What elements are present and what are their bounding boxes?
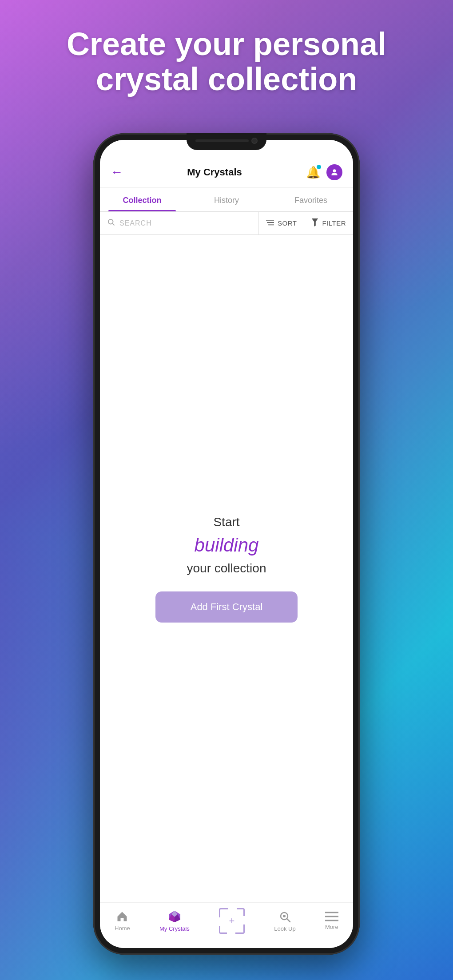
- empty-state: Start building your collection Add First…: [155, 515, 298, 623]
- search-section[interactable]: SEARCH: [100, 212, 259, 234]
- corner-bottom-left: [219, 926, 227, 934]
- sort-button[interactable]: SORT: [259, 213, 304, 234]
- header-icons: 🔔: [306, 164, 342, 180]
- empty-state-line1: Start: [213, 515, 239, 529]
- nav-item-add[interactable]: +: [219, 908, 245, 934]
- nav-item-more[interactable]: More: [325, 912, 338, 930]
- hero-title: Create your personal crystal collection: [18, 27, 435, 97]
- nav-label-my-crystals: My Crystals: [159, 925, 190, 932]
- corner-top-right: [237, 908, 245, 916]
- menu-icon: [325, 912, 338, 921]
- phone-screen: ← My Crystals 🔔 Collection: [100, 140, 353, 948]
- search-filter-bar: SEARCH SORT FILTER: [100, 212, 353, 235]
- filter-button[interactable]: FILTER: [304, 212, 353, 234]
- back-button[interactable]: ←: [111, 166, 123, 179]
- sort-label: SORT: [278, 219, 297, 227]
- filter-label: FILTER: [322, 219, 346, 227]
- search-circle-icon: [278, 910, 291, 923]
- nav-label-more: More: [325, 924, 338, 930]
- nav-label-lookup: Look Up: [274, 925, 295, 932]
- crystal-icon: [168, 910, 181, 923]
- search-placeholder: SEARCH: [119, 219, 152, 227]
- svg-line-2: [112, 223, 114, 225]
- avatar[interactable]: [326, 164, 342, 180]
- nav-item-my-crystals[interactable]: My Crystals: [159, 910, 190, 932]
- speaker-bar: [195, 139, 249, 142]
- hero-section: Create your personal crystal collection: [0, 27, 453, 97]
- add-icon: +: [219, 908, 245, 934]
- bottom-nav: Home My Crystals +: [100, 902, 353, 948]
- empty-state-line2: building: [195, 535, 259, 556]
- phone-notch: [187, 133, 266, 150]
- page-title: My Crystals: [187, 167, 242, 178]
- nav-item-lookup[interactable]: Look Up: [274, 910, 295, 932]
- main-content: Start building your collection Add First…: [100, 235, 353, 902]
- add-plus-symbol: +: [229, 915, 235, 927]
- tab-history[interactable]: History: [184, 188, 269, 211]
- svg-line-12: [287, 919, 290, 922]
- empty-state-line3: your collection: [187, 561, 266, 575]
- svg-point-11: [283, 915, 286, 917]
- phone-frame: ← My Crystals 🔔 Collection: [93, 133, 360, 955]
- nav-item-home[interactable]: Home: [115, 910, 130, 932]
- svg-point-0: [333, 169, 336, 172]
- filter-icon: [311, 218, 318, 228]
- tab-favorites[interactable]: Favorites: [269, 188, 353, 211]
- front-camera: [251, 138, 258, 144]
- tab-collection[interactable]: Collection: [100, 188, 184, 211]
- home-icon: [116, 910, 128, 923]
- user-icon: [330, 168, 339, 177]
- search-icon: [107, 218, 115, 228]
- add-first-crystal-button[interactable]: Add First Crystal: [155, 591, 298, 623]
- notification-button[interactable]: 🔔: [306, 166, 320, 179]
- notification-dot: [317, 165, 321, 169]
- nav-label-home: Home: [115, 925, 130, 932]
- sort-icon: [266, 219, 274, 227]
- tabs-bar: Collection History Favorites: [100, 188, 353, 212]
- svg-point-1: [108, 219, 113, 224]
